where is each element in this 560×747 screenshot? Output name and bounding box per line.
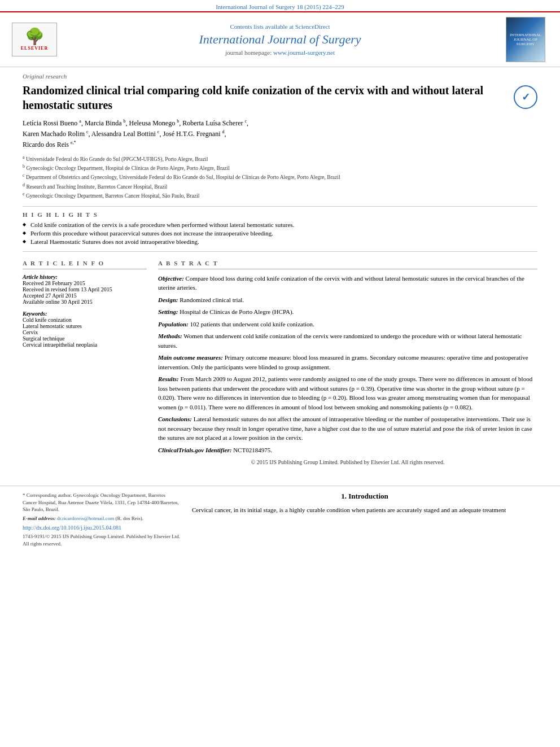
sciencedirect-label: Contents lists available at ScienceDirec…: [65, 23, 495, 30]
abstract-objective: Objective: Compare blood loss during col…: [158, 274, 537, 292]
bottom-section: * Corresponding author. Gynecologic Onco…: [0, 486, 560, 553]
affiliation-a: a Universidade Federal do Rio Grande do …: [23, 154, 537, 163]
highlight-1: Cold knife conization of the cervix is a…: [23, 221, 537, 228]
received-date: Received 28 February 2015: [23, 280, 147, 286]
available-date: Available online 30 April 2015: [23, 299, 147, 305]
journal-cover: INTERNATIONALJOURNAL OFSURGERY: [500, 17, 551, 62]
article-history: Article history: Received 28 February 20…: [23, 274, 147, 305]
article-title: Randomized clinical trial comparing cold…: [23, 83, 508, 112]
authors-list-2: Karen Machado Rolim c, Alessandra Leal B…: [23, 130, 226, 138]
elsevier-logo-area: 🌳 ELSEVIER: [9, 23, 60, 56]
journal-cover-image: INTERNATIONALJOURNAL OFSURGERY: [506, 17, 545, 62]
tree-icon: 🌳: [25, 29, 45, 45]
affiliation-b: b Gynecologic Oncology Department, Hospi…: [23, 163, 537, 172]
introduction-column: 1. Introduction Cervical cancer, in its …: [192, 492, 537, 548]
accepted-date: Accepted 27 April 2015: [23, 292, 147, 299]
article-info-title: A R T I C L E I N F O: [23, 260, 147, 269]
authors: Letícia Rossi Bueno a, Marcia Binda b, H…: [23, 118, 537, 151]
authors-list: Letícia Rossi Bueno a, Marcia Binda b, H…: [23, 119, 248, 127]
abstract-title: A B S T R A C T: [158, 260, 537, 269]
history-label: Article history:: [23, 274, 147, 280]
email-link[interactable]: dr.ricardoreis@hotmail.com: [57, 516, 114, 521]
highlights-section: H I G H L I G H T S Cold knife conizatio…: [23, 206, 537, 252]
crossmark-icon[interactable]: ✓: [514, 85, 537, 109]
keywords-section: Keywords: Cold knife conization Lateral …: [23, 311, 147, 348]
abstract-text: Objective: Compare blood loss during col…: [158, 274, 537, 467]
footnote-column: * Corresponding author. Gynecologic Onco…: [23, 492, 181, 548]
corresponding-note: * Corresponding author. Gynecologic Onco…: [23, 492, 181, 513]
introduction-text: Cervical cancer, in its initial stage, i…: [192, 505, 537, 515]
abstract-population: Population: 102 patients that underwent …: [158, 320, 537, 329]
email-line: E-mail address: dr.ricardoreis@hotmail.c…: [23, 515, 181, 522]
highlights-title: H I G H L I G H T S: [23, 211, 537, 218]
elsevier-logo: 🌳 ELSEVIER: [12, 23, 57, 56]
article-info-abstract-row: A R T I C L E I N F O Article history: R…: [23, 260, 537, 467]
journal-header-top: International Journal of Surgery 18 (201…: [0, 0, 560, 11]
keyword-2: Lateral hemostatic sutures: [23, 323, 147, 329]
article-type: Original research: [23, 73, 537, 80]
keyword-1: Cold knife conization: [23, 317, 147, 323]
article-info-column: A R T I C L E I N F O Article history: R…: [23, 260, 147, 467]
authors-list-3: Ricardo dos Reis e,*: [23, 141, 76, 148]
highlight-3: Lateral Haemostatic Sutures does not avo…: [23, 238, 537, 245]
abstract-methods: Methods: Women that underwent cold knife…: [158, 331, 537, 350]
revised-date: Received in revised form 13 April 2015: [23, 286, 147, 292]
doi-line: http://dx.doi.org/10.1016/j.ijsu.2015.04…: [23, 524, 181, 532]
abstract-design: Design: Randomized clinical trial.: [158, 295, 537, 305]
issn-line: 1743-9191/© 2015 IJS Publishing Group Li…: [23, 533, 181, 547]
elsevier-wordmark: ELSEVIER: [21, 46, 48, 51]
journal-header: 🌳 ELSEVIER Contents lists available at S…: [0, 11, 560, 67]
affiliation-c: c Department of Obstetrics and Gynecolog…: [23, 172, 537, 181]
journal-homepage: journal homepage: www.journal-surgery.ne…: [65, 49, 495, 56]
abstract-setting: Setting: Hospital de Clínicas de Porto A…: [158, 307, 537, 317]
keyword-4: Surgical technique: [23, 335, 147, 342]
journal-name: International Journal of Surgery: [65, 32, 495, 47]
abstract-clinical-trials: ClinicalTrials.gov Identifier: NCT021849…: [158, 445, 537, 455]
abstract-conclusions: Conclusions: Lateral hemostatic sutures …: [158, 414, 537, 443]
abstract-results: Results: From March 2009 to August 2012,…: [158, 374, 537, 412]
affiliation-d: d Research and Teaching Institute, Barre…: [23, 182, 537, 191]
keyword-5: Cervical intraepithelial neoplasia: [23, 342, 147, 348]
journal-title-area: Contents lists available at ScienceDirec…: [65, 23, 495, 56]
homepage-url[interactable]: www.journal-surgery.net: [273, 49, 335, 56]
article-title-row: Randomized clinical trial comparing cold…: [23, 83, 537, 112]
keyword-3: Cervix: [23, 329, 147, 335]
abstract-column: A B S T R A C T Objective: Compare blood…: [158, 260, 537, 467]
abstract-main-outcomes: Main outcome measures: Primary outcome m…: [158, 353, 537, 372]
sciencedirect-link[interactable]: ScienceDirect: [295, 23, 330, 30]
affiliation-e: e Gynecologic Oncology Department, Barre…: [23, 191, 537, 200]
keywords-label: Keywords:: [23, 311, 147, 317]
introduction-title: 1. Introduction: [192, 492, 537, 501]
highlight-2: Perform this procedure without paracervi…: [23, 230, 537, 237]
copyright-line: © 2015 IJS Publishing Group Limited. Pub…: [158, 458, 537, 466]
affiliations: a Universidade Federal do Rio Grande do …: [23, 154, 537, 200]
